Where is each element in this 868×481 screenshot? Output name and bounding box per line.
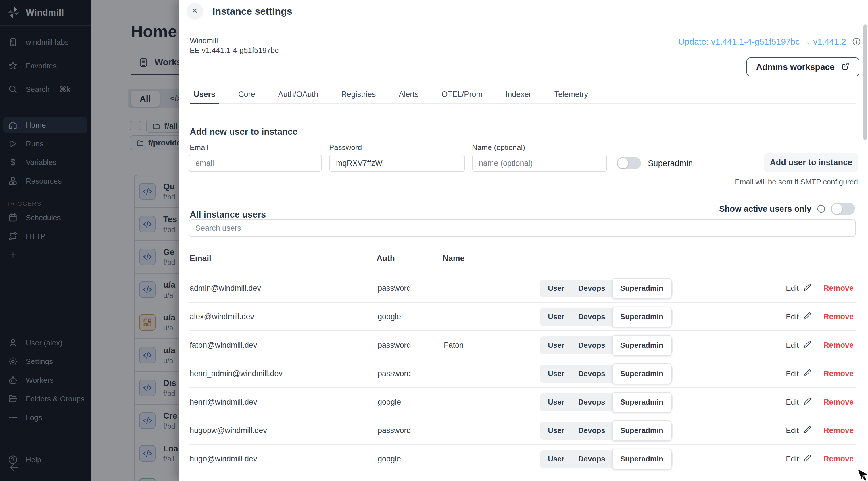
edit-button[interactable]: Edit xyxy=(786,368,811,379)
tab-otel-prom[interactable]: OTEL/Prom xyxy=(437,86,487,104)
external-link-icon xyxy=(841,62,849,72)
table-row: hugopw@windmill.devpasswordUserDevopsSup… xyxy=(189,416,856,445)
info-icon[interactable] xyxy=(852,37,861,46)
close-button[interactable] xyxy=(187,3,203,20)
remove-button[interactable]: Remove xyxy=(824,369,854,378)
password-field[interactable] xyxy=(329,155,465,172)
search-users-input[interactable] xyxy=(189,219,856,237)
remove-button[interactable]: Remove xyxy=(824,398,854,407)
user-auth: password xyxy=(376,341,443,350)
remove-button[interactable]: Remove xyxy=(824,426,854,435)
role-devops-button[interactable]: Devops xyxy=(571,281,612,296)
user-email: hugo@windmill.dev xyxy=(189,455,376,463)
tab-auth-oauth[interactable]: Auth/OAuth xyxy=(274,86,322,104)
show-active-toggle[interactable] xyxy=(831,203,855,215)
remove-button[interactable]: Remove xyxy=(824,284,854,293)
role-user-button[interactable]: User xyxy=(541,451,571,467)
role-superadmin-button[interactable]: Superadmin xyxy=(612,278,672,299)
add-user-button[interactable]: Add user to instance xyxy=(764,153,858,172)
email-field[interactable] xyxy=(189,155,322,172)
role-selector: UserDevopsSuperadmin xyxy=(540,336,673,354)
mouse-cursor xyxy=(856,468,868,481)
modal-overlay[interactable] xyxy=(0,0,179,481)
pencil-icon xyxy=(803,340,811,350)
row-controls: UserDevopsSuperadminEditRemove xyxy=(540,302,856,331)
role-devops-button[interactable]: Devops xyxy=(571,394,612,410)
role-user-button[interactable]: User xyxy=(541,281,571,296)
edit-button[interactable]: Edit xyxy=(786,425,811,436)
role-devops-button[interactable]: Devops xyxy=(571,366,612,382)
edit-label: Edit xyxy=(786,341,799,350)
tab-registries[interactable]: Registries xyxy=(337,86,380,104)
table-row: admin@windmill.devpasswordUserDevopsSupe… xyxy=(189,274,856,302)
show-active-label: Show active users only xyxy=(719,204,811,214)
role-user-button[interactable]: User xyxy=(541,366,571,382)
pencil-icon xyxy=(803,283,811,293)
role-superadmin-button[interactable]: Superadmin xyxy=(612,335,672,356)
role-selector: UserDevopsSuperadmin xyxy=(540,308,673,326)
edit-label: Edit xyxy=(786,455,799,463)
pencil-icon xyxy=(803,397,811,407)
name-field[interactable] xyxy=(472,155,607,172)
role-devops-button[interactable]: Devops xyxy=(571,338,612,353)
role-devops-button[interactable]: Devops xyxy=(571,423,612,439)
all-users-heading: All instance users xyxy=(190,210,266,220)
name-label: Name (optional) xyxy=(472,143,525,152)
tab-telemetry[interactable]: Telemetry xyxy=(550,86,592,104)
remove-button[interactable]: Remove xyxy=(824,312,854,321)
row-controls: UserDevopsSuperadminEditRemove xyxy=(540,359,856,388)
edit-button[interactable]: Edit xyxy=(786,340,811,350)
update-link[interactable]: Update: v1.441.1-4-g51f5197bc → v1.441.2 xyxy=(678,37,846,46)
user-auth: password xyxy=(376,426,443,435)
scrollbar-thumb[interactable] xyxy=(863,25,867,140)
edit-label: Edit xyxy=(786,398,799,407)
user-auth: google xyxy=(376,398,443,407)
superadmin-toggle[interactable] xyxy=(617,157,641,169)
role-superadmin-button[interactable]: Superadmin xyxy=(612,449,672,470)
role-devops-button[interactable]: Devops xyxy=(571,309,612,325)
update-row: Update: v1.441.1-4-g51f5197bc → v1.441.2 xyxy=(678,37,861,46)
tab-alerts[interactable]: Alerts xyxy=(395,86,423,104)
instance-settings-drawer: Instance settings Windmill EE v1.441.1-4… xyxy=(179,0,868,481)
row-controls: UserDevopsSuperadminEditRemove xyxy=(540,274,856,302)
user-email: admin@windmill.dev xyxy=(189,284,376,293)
add-user-heading: Add new user to instance xyxy=(190,127,298,137)
tab-users[interactable]: Users xyxy=(190,86,219,104)
edit-button[interactable]: Edit xyxy=(786,397,811,407)
user-auth: google xyxy=(376,455,443,463)
admins-workspace-button[interactable]: Admins workspace xyxy=(746,58,859,76)
user-auth: password xyxy=(376,284,443,293)
user-name: Faton xyxy=(443,341,540,350)
instance-version: EE v1.441.1-4-g51f5197bc xyxy=(190,46,279,55)
role-superadmin-button[interactable]: Superadmin xyxy=(612,363,672,384)
table-row: hugo@windmill.devgoogleUserDevopsSuperad… xyxy=(189,445,856,473)
tab-core[interactable]: Core xyxy=(234,86,259,104)
remove-button[interactable]: Remove xyxy=(824,341,854,350)
role-user-button[interactable]: User xyxy=(541,394,571,410)
edit-button[interactable]: Edit xyxy=(786,454,811,464)
edit-label: Edit xyxy=(786,284,799,293)
edit-button[interactable]: Edit xyxy=(786,312,811,322)
role-user-button[interactable]: User xyxy=(541,423,571,439)
role-selector: UserDevopsSuperadmin xyxy=(540,422,673,440)
role-user-button[interactable]: User xyxy=(541,309,571,325)
info-icon[interactable] xyxy=(816,204,826,214)
table-row: alex@windmill.devgoogleUserDevopsSuperad… xyxy=(189,302,856,331)
table-row: henri_admin@windmill.devpasswordUserDevo… xyxy=(189,359,856,388)
role-superadmin-button[interactable]: Superadmin xyxy=(612,307,672,327)
column-auth: Auth xyxy=(376,254,443,263)
user-email: hugopw@windmill.dev xyxy=(189,426,376,435)
role-selector: UserDevopsSuperadmin xyxy=(540,280,673,297)
role-devops-button[interactable]: Devops xyxy=(571,451,612,467)
superadmin-label: Superadmin xyxy=(648,159,693,168)
users-table: admin@windmill.devpasswordUserDevopsSupe… xyxy=(189,274,856,473)
edit-button[interactable]: Edit xyxy=(786,283,811,293)
role-selector: UserDevopsSuperadmin xyxy=(540,393,673,411)
role-superadmin-button[interactable]: Superadmin xyxy=(612,392,672,413)
users-table-header: Email Auth Name xyxy=(190,254,856,263)
tab-indexer[interactable]: Indexer xyxy=(501,86,535,104)
password-label: Password xyxy=(329,143,362,152)
remove-button[interactable]: Remove xyxy=(824,455,854,463)
role-user-button[interactable]: User xyxy=(541,338,571,353)
role-superadmin-button[interactable]: Superadmin xyxy=(612,420,672,441)
